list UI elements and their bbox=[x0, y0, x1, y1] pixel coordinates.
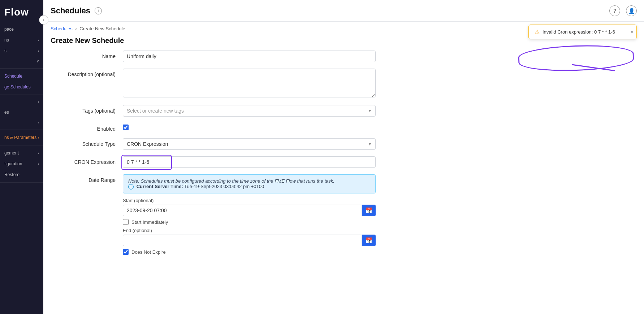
enabled-label: Enabled bbox=[58, 123, 123, 132]
start-immediately-row: Start Immediately bbox=[123, 219, 376, 225]
enabled-checkbox[interactable] bbox=[123, 125, 129, 130]
name-field bbox=[123, 51, 376, 62]
date-range-field: Note: Schedules must be configured accor… bbox=[123, 174, 376, 258]
info-icon[interactable]: i bbox=[95, 7, 102, 14]
sidebar-item-workspace[interactable]: pace bbox=[0, 24, 43, 35]
info-circle-icon: i bbox=[128, 184, 134, 189]
sidebar-item-gement[interactable]: gement › bbox=[0, 148, 43, 158]
chevron-right-icon: › bbox=[38, 100, 39, 104]
user-button[interactable]: 👤 bbox=[626, 5, 637, 16]
sidebar-item-label: gement bbox=[4, 151, 19, 156]
sidebar-collapse-button[interactable]: ‹ bbox=[39, 15, 48, 25]
sidebar-logo: Flow bbox=[0, 0, 43, 22]
start-input[interactable] bbox=[123, 205, 362, 216]
info-note-italic: Note: Schedules must be configured accor… bbox=[128, 178, 334, 184]
chevron-right-icon: › bbox=[38, 38, 39, 42]
sidebar-item-ns[interactable]: ns › bbox=[0, 35, 43, 45]
cron-input-wrapper bbox=[123, 156, 376, 168]
topbar-left: Schedules i bbox=[51, 6, 102, 16]
sidebar-item-es[interactable]: es bbox=[0, 107, 43, 118]
date-range-label: Date Range bbox=[58, 174, 123, 183]
sidebar-item-manage-schedules[interactable]: ge Schedules bbox=[0, 82, 43, 92]
schedule-type-select[interactable]: CRON Expression Interval Date/Time bbox=[123, 138, 376, 150]
sidebar-item-label: ns bbox=[4, 38, 9, 43]
sidebar-section-schedules: Schedule ge Schedules bbox=[0, 69, 43, 95]
topbar: Schedules i ? 👤 bbox=[43, 0, 644, 22]
schedule-type-field: CRON Expression Interval Date/Time ▼ bbox=[123, 138, 376, 150]
start-input-wrapper: 📅 bbox=[123, 205, 376, 216]
sidebar-item-ns-params[interactable]: ns & Parameters › bbox=[0, 132, 43, 143]
sidebar-item-s[interactable]: s › bbox=[0, 45, 43, 56]
content-area: Schedules > Create New Schedule Create N… bbox=[43, 22, 644, 314]
chevron-right-icon: › bbox=[38, 151, 39, 155]
main-content: Schedules i ? 👤 ⚠ Invalid Cron expressio… bbox=[43, 0, 644, 314]
cron-expression-row: CRON Expression bbox=[58, 156, 376, 168]
end-input-wrapper: 📅 bbox=[123, 235, 376, 246]
sidebar-item-label: es bbox=[4, 110, 9, 115]
cron-label: CRON Expression bbox=[58, 156, 123, 165]
schedule-type-select-wrapper: CRON Expression Interval Date/Time ▼ bbox=[123, 138, 376, 150]
sidebar-item-label: ns & Parameters bbox=[4, 135, 36, 140]
sidebar: Flow ‹ pace ns › s › ∨ Schedule ge Sched… bbox=[0, 0, 43, 314]
sidebar-item-section2[interactable]: ∨ bbox=[0, 56, 43, 66]
topbar-right: ? 👤 bbox=[609, 5, 637, 16]
cron-input[interactable] bbox=[123, 156, 376, 168]
toast-close-button[interactable]: × bbox=[631, 29, 634, 35]
tags-select-wrapper: Select or create new tags ▼ bbox=[123, 105, 376, 117]
toast-message: Invalid Cron expression: 0 7 * * 1-6 bbox=[543, 29, 615, 35]
sidebar-item-section4[interactable]: › bbox=[0, 118, 43, 127]
breadcrumb-current: Create New Schedule bbox=[79, 26, 125, 31]
tags-field: Select or create new tags ▼ bbox=[123, 105, 376, 117]
tags-label: Tags (optional) bbox=[58, 105, 123, 114]
create-schedule-form: Name Description (optional) Tags (option… bbox=[51, 51, 376, 258]
sidebar-item-figuration[interactable]: figuration › bbox=[0, 158, 43, 169]
date-range-row: Date Range Note: Schedules must be confi… bbox=[58, 174, 376, 258]
description-textarea[interactable] bbox=[123, 69, 376, 97]
chevron-right-icon: › bbox=[38, 121, 39, 125]
server-time-label: Current Server Time: bbox=[137, 184, 183, 189]
schedule-type-row: Schedule Type CRON Expression Interval D… bbox=[58, 138, 376, 150]
name-label: Name bbox=[58, 51, 123, 59]
does-not-expire-row: Does Not Expire bbox=[123, 249, 376, 255]
does-not-expire-label: Does Not Expire bbox=[131, 249, 166, 255]
info-server-time-wrapper: i Current Server Time: Tue-19-Sept-2023 … bbox=[128, 184, 264, 189]
sidebar-section-3: › es › bbox=[0, 95, 43, 130]
description-field bbox=[123, 69, 376, 99]
end-input[interactable] bbox=[123, 235, 362, 246]
sidebar-item-section3[interactable]: › bbox=[0, 97, 43, 107]
start-label: Start (optional) bbox=[123, 198, 376, 203]
info-box: Note: Schedules must be configured accor… bbox=[123, 174, 376, 193]
toast-notification: ⚠ Invalid Cron expression: 0 7 * * 1-6 × bbox=[528, 25, 637, 39]
sidebar-item-restore[interactable]: Restore bbox=[0, 169, 43, 180]
date-range-section: Note: Schedules must be configured accor… bbox=[123, 174, 376, 255]
name-input[interactable] bbox=[123, 51, 376, 62]
sidebar-item-label: figuration bbox=[4, 161, 22, 166]
end-calendar-button[interactable]: 📅 bbox=[362, 235, 376, 246]
end-section: End (optional) 📅 bbox=[123, 228, 376, 246]
chevron-right-icon: › bbox=[38, 49, 39, 53]
chevron-right-icon: › bbox=[38, 136, 39, 140]
chevron-down-icon: ∨ bbox=[36, 59, 39, 63]
start-immediately-label: Start Immediately bbox=[131, 219, 168, 225]
chevron-right-icon: › bbox=[38, 162, 39, 166]
tags-select[interactable]: Select or create new tags bbox=[123, 105, 376, 117]
breadcrumb-home-link[interactable]: Schedules bbox=[51, 26, 73, 31]
sidebar-item-label: s bbox=[4, 48, 7, 53]
warning-icon: ⚠ bbox=[535, 29, 540, 35]
sidebar-item-label: Schedule bbox=[4, 74, 22, 79]
cron-field bbox=[123, 156, 376, 168]
enabled-checkbox-container bbox=[123, 123, 376, 130]
help-button[interactable]: ? bbox=[609, 5, 620, 16]
toast-container: ⚠ Invalid Cron expression: 0 7 * * 1-6 × bbox=[528, 25, 637, 39]
sidebar-item-label: Restore bbox=[4, 172, 20, 177]
start-immediately-checkbox[interactable] bbox=[123, 219, 129, 225]
server-time-value: Tue-19-Sept-2023 03:03:42 pm +0100 bbox=[184, 184, 264, 189]
name-row: Name bbox=[58, 51, 376, 62]
sidebar-item-create-schedule[interactable]: Schedule bbox=[0, 71, 43, 82]
end-label: End (optional) bbox=[123, 228, 376, 233]
does-not-expire-checkbox[interactable] bbox=[123, 249, 129, 255]
start-section: Start (optional) 📅 bbox=[123, 198, 376, 216]
page-title: Schedules bbox=[51, 6, 90, 16]
start-calendar-button[interactable]: 📅 bbox=[362, 205, 376, 216]
description-row: Description (optional) bbox=[58, 69, 376, 99]
